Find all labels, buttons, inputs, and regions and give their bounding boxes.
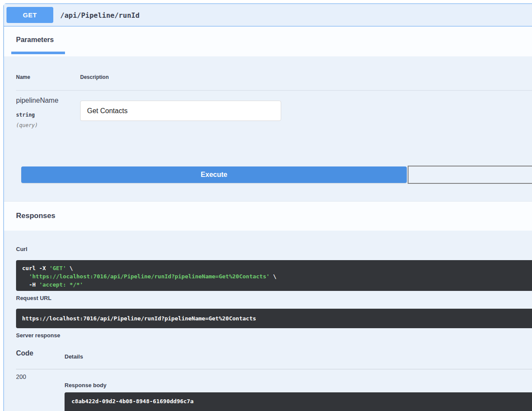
responses-title: Responses (16, 212, 55, 220)
parameter-name: pipelineName (16, 97, 58, 104)
responses-section-header: Responses (4, 201, 532, 231)
responses-section: Curl curl -X 'GET' \ 'https://localhost:… (4, 231, 532, 411)
curl-string: 'accept: */*' (39, 281, 83, 288)
endpoint-path: /api/Pipeline/runId (60, 4, 139, 26)
curl-string: 'GET' (49, 265, 66, 271)
curl-command[interactable]: curl -X 'GET' \ 'https://localhost:7016/… (16, 260, 532, 291)
request-url-value: https://localhost:7016/api/Pipeline/runI… (16, 309, 532, 328)
clear-button[interactable] (408, 166, 532, 184)
operation-summary[interactable]: GET /api/Pipeline/runId (4, 4, 532, 26)
parameters-section: Name Description pipelineName string (qu… (4, 56, 532, 201)
tab-active-underline (11, 52, 65, 54)
curl-text: curl -X (22, 265, 49, 271)
operation-block: GET /api/Pipeline/runId Parameters Name … (3, 3, 532, 411)
curl-text (22, 273, 29, 280)
column-header-name: Name (16, 74, 30, 80)
curl-label: Curl (16, 246, 27, 252)
curl-string: 'https://localhost:7016/api/Pipeline/run… (29, 273, 270, 280)
response-body-label: Response body (65, 382, 107, 388)
header-divider (16, 90, 532, 91)
http-method-badge[interactable]: GET (6, 7, 53, 23)
code-column-header: Code (16, 349, 33, 357)
parameter-location: (query) (16, 122, 38, 128)
column-header-description: Description (80, 74, 109, 80)
curl-text: -H (22, 281, 39, 288)
curl-text: \ (66, 265, 73, 271)
tab-bar: Parameters (4, 26, 532, 56)
execute-button[interactable]: Execute (21, 166, 407, 183)
parameter-type: string (16, 112, 35, 118)
request-url-label: Request URL (16, 295, 52, 301)
status-code: 200 (16, 373, 26, 380)
tab-parameters[interactable]: Parameters (16, 36, 54, 44)
server-response-label: Server response (16, 332, 60, 339)
curl-text: \ (269, 273, 276, 280)
details-column-header: Details (65, 353, 83, 360)
response-table-divider (16, 369, 532, 369)
response-body-value: c8ab422d-09d2-4b08-8948-61690dd96c7a (65, 392, 532, 411)
pipeline-name-input[interactable] (80, 101, 281, 121)
